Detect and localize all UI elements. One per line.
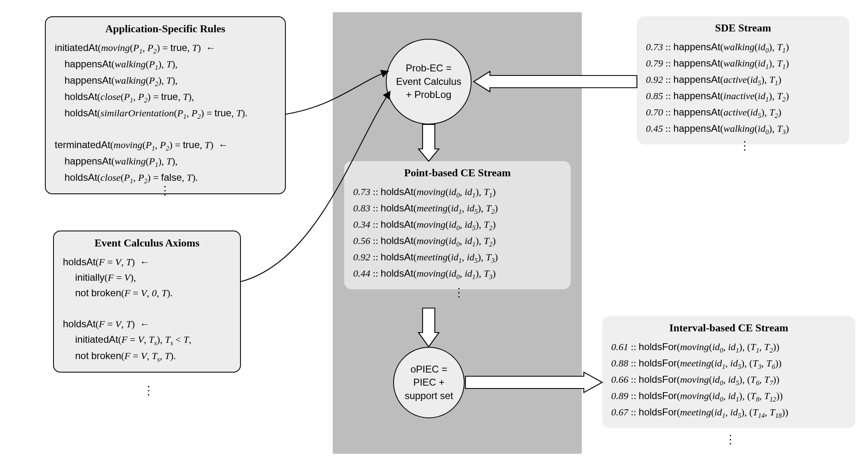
axioms-vdots: ⋮	[143, 384, 154, 397]
interval-box: Interval-based CE Stream 0.61 :: holdsFo…	[602, 316, 855, 428]
opiec-circle: oPIEC = PIEC + support set	[393, 347, 465, 418]
interval-vdots: ⋮	[725, 433, 736, 446]
opiec-line2: PIEC +	[413, 377, 445, 388]
opiec-line3: support set	[405, 390, 453, 401]
sde-vdots: ⋮	[739, 139, 750, 152]
probec-line2: Event Calculus	[396, 76, 461, 87]
interval-body: 0.61 :: holdsFor(moving(id0, id1), (T1, …	[611, 339, 846, 421]
axioms-body: holdsAt(F = V, T) ← initially(F = V), no…	[63, 254, 231, 364]
opiec-line1: oPIEC =	[410, 364, 447, 375]
rules-body: initiatedAt(moving(P1, P2) = true, T) ← …	[55, 40, 276, 186]
point-title: Point-based CE Stream	[353, 167, 562, 179]
sde-title: SDE Stream	[646, 22, 840, 34]
rules-title: Application-Specific Rules	[55, 23, 276, 35]
sde-box: SDE Stream 0.73 :: happensAt(walking(id0…	[637, 16, 849, 144]
interval-title: Interval-based CE Stream	[611, 322, 846, 334]
probec-line1: Prob-EC =	[406, 62, 452, 73]
point-body: 0.73 :: holdsAt(moving(id0, id1), T1) 0.…	[353, 184, 562, 282]
point-vdots: ⋮	[453, 286, 465, 299]
axioms-title: Event Calculus Axioms	[63, 237, 231, 249]
probec-line3: + ProbLog	[406, 89, 451, 100]
sde-body: 0.73 :: happensAt(walking(id0), T1) 0.79…	[646, 39, 840, 137]
probec-circle: Prob-EC = Event Calculus + ProbLog	[386, 39, 472, 124]
axioms-box: Event Calculus Axioms holdsAt(F = V, T) …	[53, 231, 241, 373]
rules-vdots: ⋮	[159, 184, 171, 197]
rules-box: Application-Specific Rules initiatedAt(m…	[45, 16, 286, 194]
point-box: Point-based CE Stream 0.73 :: holdsAt(mo…	[344, 161, 571, 289]
